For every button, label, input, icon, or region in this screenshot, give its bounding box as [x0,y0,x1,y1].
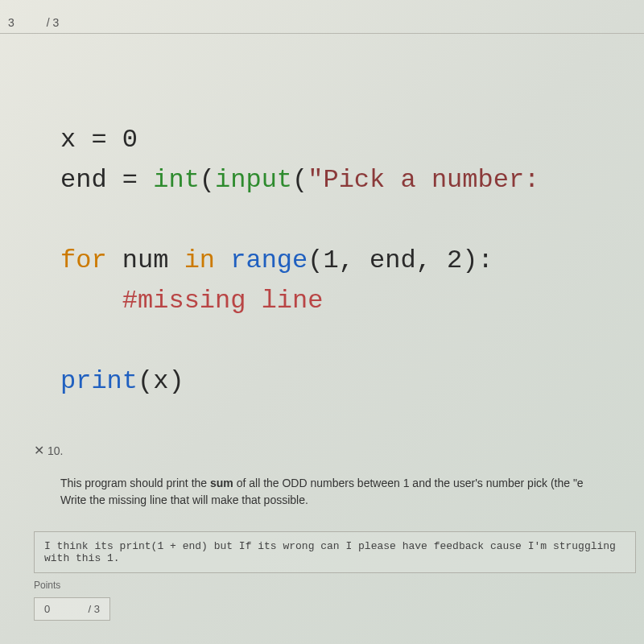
code-blank-2 [60,322,644,361]
answer-text: I think its print(1 + end) but If its wr… [44,540,616,564]
code-string: "Pick a number: [308,165,539,195]
question-marker: ✕ 10. [34,443,63,458]
score-earned: 3 [8,16,14,29]
points-earned: 0 [44,603,50,615]
code-in: in [184,246,215,275]
code-paren-4: ) [168,366,184,396]
code-blank-1 [60,201,644,240]
code-line-2: end = int(input("Pick a number: [60,161,644,200]
code-line-3: for num in range(1, end, 2): [60,242,644,280]
points-footer: Points 0 / 3 [34,580,110,621]
code-val-0: 0 [122,125,138,155]
question-number: 10. [47,444,63,457]
code-eq-1: = [91,125,122,155]
question-sum-bold: sum [210,477,233,489]
code-line-5: print(x) [60,362,644,401]
question-text-line2: Write the missing line that will make th… [60,493,308,506]
code-paren-3: ( [138,366,153,396]
code-num: num [107,246,184,275]
code-paren-2: ( [292,165,308,195]
points-values: 0 / 3 [34,597,110,621]
score-total: / 3 [47,16,60,29]
code-eq-2: = [122,165,153,195]
code-int: int [153,165,200,195]
code-range-args: (1, end, 2): [308,246,493,275]
code-x: x [153,366,168,396]
code-range: range [215,246,308,275]
question-text: This program should print the sum of all… [60,475,636,509]
answer-input[interactable]: I think its print(1 + end) but If its wr… [34,531,636,573]
code-input: input [215,165,292,195]
code-print: print [60,366,138,396]
points-label: Points [34,580,110,591]
question-text-part2: of all the ODD numbers between 1 and the… [233,477,584,489]
code-line-1: x = 0 [60,121,644,159]
code-paren-1: ( [200,165,215,195]
code-block: x = 0 end = int(input("Pick a number: fo… [60,121,644,402]
code-for: for [60,246,107,275]
code-comment: #missing line [60,286,323,316]
x-icon: ✕ [34,443,44,458]
points-header: 3 / 3 [0,12,644,34]
code-var-x: x [60,125,91,155]
code-line-4: #missing line [60,282,644,320]
code-var-end: end [60,165,122,195]
points-total: / 3 [88,603,99,615]
question-text-part1: This program should print the [60,477,210,489]
